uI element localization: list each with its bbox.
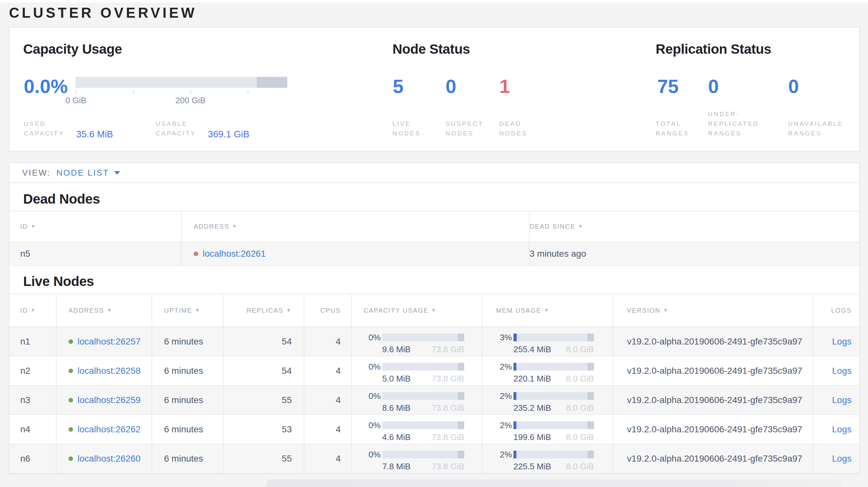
node-address-link[interactable]: localhost:26259 [78,395,141,405]
node-cpus: 4 [304,327,351,356]
node-version: v19.2.0-alpha.20190606-2491-gfe735c9a97 [613,385,813,415]
usage-bar [514,392,594,400]
chevron-down-icon[interactable] [114,171,120,175]
node-version: v19.2.0-alpha.20190606-2491-gfe735c9a97 [613,327,813,356]
node-status-title: Node Status [393,41,470,57]
total-ranges-label: TOTAL RANGES [656,119,689,138]
column-header-dead-since[interactable]: DEAD SINCE▼ [529,211,859,242]
usage-bar-fill [514,451,516,458]
node-address-link[interactable]: localhost:26257 [78,336,141,347]
dead-node-row: n5localhost:262613 minutes ago [9,242,859,266]
dead-nodes-title: Dead Nodes [9,183,859,207]
node-cpus: 4 [304,415,351,444]
usage-percent: 2% [495,362,512,372]
axis-label-0: 0 GiB [57,96,95,105]
node-logs-cell: Logs [813,444,859,473]
column-header-uptime[interactable]: UPTIME▼ [152,294,223,327]
logs-link[interactable]: Logs [832,395,851,405]
live-nodes-label: LIVE NODES [393,119,422,138]
suspect-nodes-count: 0 [445,76,456,97]
node-address-cell: localhost:26261 [181,242,529,266]
node-uptime: 6 minutes [152,356,223,385]
capacity-gauge-endcap [257,77,287,88]
node-version: v19.2.0-alpha.20190606-2491-gfe735c9a97 [613,415,813,444]
mem-usage-cell: 3%255.4 MiB8.0 GiB [482,327,613,356]
usage-used-value: 199.6 MiB [514,432,551,442]
unavailable-label: UNAVAILABLE RANGES [788,119,856,138]
dead-since: 3 minutes ago [529,242,859,266]
column-header-version[interactable]: VERSION▼ [613,294,813,327]
usage-total-value: 73.8 GiB [432,462,464,472]
logs-link[interactable]: Logs [832,366,851,376]
used-capacity-value: 35.6 MiB [76,129,113,140]
sort-desc-icon: ▼ [195,307,201,313]
sort-desc-icon: ▼ [431,307,437,313]
bottom-scroll-shadow [266,479,843,487]
live-nodes-table: ID▼ADDRESS▼UPTIME▼REPLICAS▼CPUSCAPACITY … [9,294,859,474]
usage-bar [382,451,464,458]
live-nodes-count: 5 [393,76,403,97]
usage-percent: 0% [364,420,381,430]
dead-nodes-label: DEAD NODES [499,119,531,138]
column-header-capacity-usage[interactable]: CAPACITY USAGE▼ [351,294,482,327]
usage-total-value: 73.8 GiB [432,432,464,442]
usage-bar-endcap [458,451,464,458]
node-address-link[interactable]: localhost:26261 [203,249,266,259]
logs-link[interactable]: Logs [832,424,851,434]
usable-capacity-label: USABLECAPACITY [156,119,194,138]
usage-total-value: 73.8 GiB [432,345,464,355]
node-id: n3 [9,385,56,415]
usage-bar-fill [514,421,516,429]
live-node-row: n6localhost:262606 minutes5540%7.8 MiB73… [9,444,859,473]
column-header-id[interactable]: ID▼ [9,211,181,242]
under-replicated-label: UNDER-REPLICATED RANGES [708,109,767,138]
node-id: n2 [9,356,56,385]
node-address-cell: localhost:26258 [56,356,152,385]
usage-total-value: 8.0 GiB [566,403,594,413]
sort-desc-icon: ▼ [286,307,292,313]
node-id: n4 [9,415,56,444]
usage-percent: 0% [364,333,381,343]
column-header-address[interactable]: ADDRESS▼ [181,211,529,242]
capacity-usage-cell: 0%7.8 MiB73.8 GiB [351,444,482,473]
node-cpus: 4 [304,356,351,385]
column-header-replicas[interactable]: REPLICAS▼ [223,294,304,327]
node-address-link[interactable]: localhost:26262 [78,424,141,434]
usage-bar-endcap [587,333,594,341]
logs-link[interactable]: Logs [832,454,851,463]
usage-bar-fill [514,392,516,400]
node-address-link[interactable]: localhost:26260 [78,454,141,463]
view-mode-dropdown[interactable]: NODE LIST [56,168,109,178]
usage-bar [514,333,594,341]
column-header-address[interactable]: ADDRESS▼ [56,294,152,327]
usage-used-value: 235.2 MiB [514,403,551,413]
node-uptime: 6 minutes [152,327,223,356]
capacity-usage-cell: 0%5.0 MiB73.8 GiB [351,356,482,385]
capacity-usage-title: Capacity Usage [23,41,122,57]
sort-desc-icon: ▼ [31,307,36,313]
usage-used-value: 255.4 MiB [514,345,551,355]
live-status-icon [68,339,73,344]
column-header-mem-usage[interactable]: MEM USAGE▼ [482,294,613,327]
usage-total-value: 8.0 GiB [566,374,594,384]
node-address-cell: localhost:26257 [56,327,152,356]
node-address-cell: localhost:26259 [56,385,152,415]
live-node-row: n4localhost:262626 minutes5340%4.6 MiB73… [9,415,859,444]
usage-bar-endcap [587,421,594,429]
replication-status-title: Replication Status [656,41,771,57]
node-address-link[interactable]: localhost:26258 [78,366,141,376]
capacity-usage-cell: 0%8.6 MiB73.8 GiB [351,385,482,415]
usage-bar-endcap [458,421,464,429]
logs-link[interactable]: Logs [832,336,851,347]
usage-used-value: 9.6 MiB [382,345,410,355]
column-header-id[interactable]: ID▼ [9,294,56,327]
usage-bar-endcap [458,392,464,400]
dead-nodes-count: 1 [499,76,510,97]
usage-total-value: 73.8 GiB [432,374,464,384]
usage-bar [382,421,464,429]
live-node-row: n3localhost:262596 minutes5540%8.6 MiB73… [9,385,859,415]
node-logs-cell: Logs [813,327,859,356]
column-header-logs: LOGS [813,294,859,327]
node-id: n5 [9,242,181,266]
usage-percent: 3% [495,333,512,343]
